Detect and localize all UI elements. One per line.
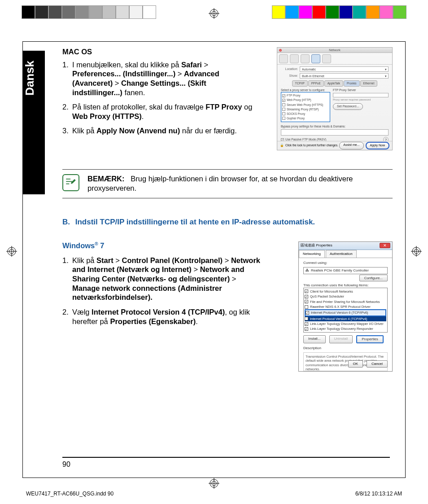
color-swatch	[353, 5, 366, 19]
startup-disk-icon	[322, 54, 331, 63]
mac-tabbar: TCP/IPPPPoEAppleTalkProxiesEthernet	[281, 80, 389, 87]
print-footer: WEU7417_RT-AC66U_QSG.indd 90 6/8/12 10:1…	[26, 491, 402, 497]
show-all-icon	[279, 54, 288, 63]
color-swatch	[326, 5, 339, 19]
color-swatch	[312, 5, 326, 19]
install-button: Install...	[303, 335, 326, 343]
checkbox-icon: ✓	[305, 295, 308, 298]
ftp-proxy-server-label: FTP Proxy Server	[333, 88, 389, 92]
bypass-field	[281, 129, 389, 136]
note-label: BEMÆRK:	[87, 175, 125, 183]
checkbox-icon: ✓	[282, 99, 285, 102]
color-swatch	[75, 5, 89, 19]
checkbox-icon	[282, 103, 285, 106]
mac-toolbar	[277, 53, 392, 65]
mac-tab: TCP/IP	[292, 80, 308, 87]
color-swatch	[48, 5, 62, 19]
macos-network-screenshot: Network Location:Automatic Show:Built-in…	[277, 47, 393, 150]
adapter-icon: 🖧	[306, 268, 309, 273]
color-swatch	[339, 5, 353, 19]
uninstall-button: Uninstall	[329, 335, 353, 343]
connection-item: Rawether NDIS 6.X SPR Protocol Driver	[305, 304, 386, 309]
description-label: Description	[303, 346, 388, 351]
color-swatch	[89, 5, 102, 19]
adapter-field: 🖧 Realtek PCIe GBE Family Controller	[303, 267, 388, 274]
bypass-label: Bypass proxy settings for these Hosts & …	[281, 125, 389, 128]
connect-using-label: Connect using:	[303, 261, 388, 265]
connection-item: ✓Link-Layer Topology Discovery Responder	[305, 326, 386, 331]
mac-tab: Proxies	[344, 80, 360, 87]
color-swatch	[272, 5, 285, 19]
footer-timestamp: 6/8/12 10:13:12 AM	[355, 491, 402, 497]
color-swatch	[366, 5, 380, 19]
connection-item: ✓Link-Layer Topology Discovery Mapper I/…	[305, 321, 386, 326]
checkbox-icon: ✓	[282, 94, 285, 97]
color-swatch	[285, 5, 299, 19]
protocol-item: ✓FTP Proxy	[282, 93, 329, 98]
displays-icon	[290, 54, 299, 63]
color-swatch	[116, 5, 129, 19]
mac-window-title: Network	[329, 48, 341, 52]
color-swatch	[62, 5, 75, 19]
properties-button: Properties	[356, 335, 383, 343]
checkbox-icon: ✓	[305, 322, 308, 326]
item-label: Client for Microsoft Networks	[310, 289, 353, 294]
color-swatch	[143, 5, 156, 19]
color-swatch	[299, 5, 312, 19]
color-swatch	[393, 5, 406, 19]
color-swatch	[22, 5, 35, 19]
ok-button: OK	[348, 360, 363, 368]
footer-filename: WEU7417_RT-AC66U_QSG.indd 90	[26, 491, 114, 497]
step-item: Klik på Start > Control Panel (Kontrolpa…	[72, 256, 264, 302]
checkbox-icon: ✓	[305, 317, 308, 320]
checkbox-icon	[282, 117, 285, 120]
show-select: Built-in Ethernet	[300, 73, 389, 79]
lock-label: Click the lock to prevent further change…	[285, 144, 338, 147]
step-item: Klik på Apply Now (Anvend nu) når du er …	[72, 126, 255, 136]
win-tab: Networking	[299, 250, 325, 258]
adapter-name: Realtek PCIe GBE Family Controller	[311, 268, 369, 273]
protocol-item: SOCKS Proxy	[282, 112, 329, 116]
checkbox-icon	[305, 305, 308, 309]
section-b-prefix: B.	[62, 217, 73, 227]
set-password-button: Set Password...	[333, 103, 363, 110]
registration-mark-icon	[209, 8, 219, 19]
connection-item: ✓Client for Microsoft Networks	[305, 289, 386, 294]
checkbox-icon: ✓	[305, 327, 308, 331]
win-tabs: NetworkingAuthentication	[299, 250, 392, 258]
connection-item: ✓QoS Packet Scheduler	[305, 294, 386, 299]
registration-mark-icon	[411, 246, 422, 257]
close-icon: ✕	[380, 243, 390, 248]
item-label: QoS Packet Scheduler	[310, 294, 344, 298]
win-title: 區域連線 Properties	[301, 243, 332, 248]
sound-icon	[301, 54, 310, 63]
color-swatch	[380, 5, 393, 19]
proxy-password-label: Proxy server requires password	[333, 98, 389, 102]
mac-tab: AppleTalk	[324, 80, 343, 87]
protocol-label: Secure Web Proxy (HTTPS)	[287, 103, 323, 107]
show-label: Show:	[281, 74, 298, 78]
configure-button: Configure...	[359, 275, 388, 281]
step-item: Vælg Internet Protocol Version 4 (TCP/IP…	[72, 307, 264, 326]
protocol-item: Gopher Proxy	[282, 116, 329, 121]
language-tab: Dansk	[23, 51, 45, 194]
close-icon	[279, 49, 282, 52]
item-label: Internet Protocol Version 4 (TCP/IPv4)	[310, 317, 367, 321]
location-select: Automatic	[300, 66, 389, 72]
network-icon	[311, 54, 320, 63]
proxy-protocol-list: ✓FTP Proxy✓Web Proxy (HTTP)Secure Web Pr…	[281, 92, 330, 122]
items-label: This connection uses the following items…	[303, 283, 388, 288]
protocol-label: Web Proxy (HTTP)	[287, 98, 311, 102]
protocol-item: Secure Web Proxy (HTTPS)	[282, 103, 329, 107]
checkbox-icon	[282, 108, 285, 111]
win-titlebar: 區域連線 Properties ✕	[299, 242, 392, 250]
page-frame: Dansk Network Location:Automatic Show	[22, 41, 406, 478]
mac-tab: PPPoE	[308, 80, 324, 87]
section-b-heading: B. Indstil TCP/IP indstillingerne til at…	[62, 217, 393, 227]
note-text: BEMÆRK: Brug hjælp-funktionen i din brow…	[87, 174, 393, 193]
item-label: Rawether NDIS 6.X SPR Protocol Driver	[310, 305, 371, 309]
protocol-label: FTP Proxy	[287, 94, 301, 97]
color-swatch	[102, 5, 116, 19]
location-label: Location:	[281, 67, 298, 71]
page-number: 90	[62, 457, 390, 469]
